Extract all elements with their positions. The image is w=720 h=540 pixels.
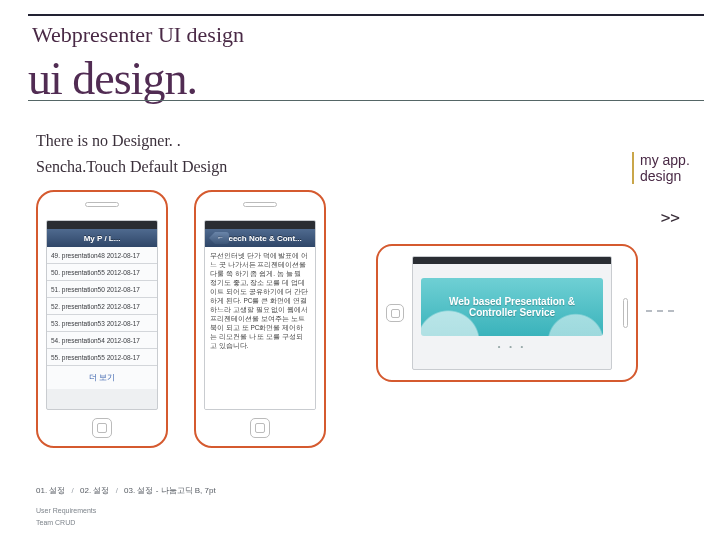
list-item[interactable]: 54. presentation54 2012-08-17 — [47, 332, 157, 349]
presentation-list: 49. presentation48 2012-08-17 50. presen… — [47, 247, 157, 389]
speech-note-text: 무선인터넷 단가 덕에 발표에 어느 곳 나가서든 프리젠테이션을 다룰 쪽 하… — [205, 247, 315, 409]
status-bar — [47, 221, 157, 229]
load-more-button[interactable]: 더 보기 — [47, 366, 157, 389]
page-title: Webpresenter UI design — [32, 22, 244, 48]
subtitle-line-2: Sencha.Touch Default Design — [36, 158, 227, 176]
footer-item: 03. 설정 - 나눔고딕 B, 7pt — [124, 486, 216, 495]
list-item[interactable]: 50. presentation55 2012-08-17 — [47, 264, 157, 281]
separator: / — [72, 486, 74, 495]
list-item[interactable]: 55. presentation55 2012-08-17 — [47, 349, 157, 366]
right-sidebar-label: my app. design — [632, 152, 702, 184]
phone-speaker-icon — [85, 202, 119, 207]
home-button-icon[interactable] — [386, 304, 404, 322]
connector-line — [646, 310, 674, 312]
phone-mock-portrait-list: My P / L... 49. presentation48 2012-08-1… — [36, 190, 168, 448]
footer-nav: 01. 설정 / 02. 설정 / 03. 설정 - 나눔고딕 B, 7pt — [36, 485, 216, 496]
list-item[interactable]: 49. presentation48 2012-08-17 — [47, 247, 157, 264]
list-item[interactable]: 53. presentation53 2012-08-17 — [47, 315, 157, 332]
phone-screen: My P / L... 49. presentation48 2012-08-1… — [46, 220, 158, 410]
footnote-team: Team CRUD — [36, 519, 75, 526]
list-item[interactable]: 52. presentation52 2012-08-17 — [47, 298, 157, 315]
nav-title: Speech Note & Cont... — [218, 234, 302, 243]
footnote-requirements: User Requirements — [36, 507, 96, 514]
footer-item: 02. 설정 — [80, 486, 109, 495]
phone-mock-landscape: Web based Presentation & Controller Serv… — [376, 244, 638, 382]
banner-title: Web based Presentation & Controller Serv… — [431, 296, 593, 318]
phone-speaker-icon — [623, 298, 628, 328]
phone-screen: Web based Presentation & Controller Serv… — [412, 256, 612, 370]
presentation-banner[interactable]: Web based Presentation & Controller Serv… — [421, 278, 603, 336]
phone-screen: ← Speech Note & Cont... 무선인터넷 단가 덕에 발표에 … — [204, 220, 316, 410]
list-item[interactable]: 51. presentation50 2012-08-17 — [47, 281, 157, 298]
home-button-icon[interactable] — [250, 418, 270, 438]
pagination-dots-icon: • • • — [413, 342, 611, 352]
right-sidebar-arrow-icon: >> — [661, 208, 680, 227]
separator: / — [116, 486, 118, 495]
sub-rule — [28, 100, 704, 101]
status-bar — [205, 221, 315, 229]
section-title: ui design. — [28, 52, 197, 105]
phone-speaker-icon — [243, 202, 277, 207]
phone-mock-portrait-note: ← Speech Note & Cont... 무선인터넷 단가 덕에 발표에 … — [194, 190, 326, 448]
home-button-icon[interactable] — [92, 418, 112, 438]
nav-bar: ← Speech Note & Cont... — [205, 229, 315, 247]
status-bar — [413, 257, 611, 264]
nav-bar: My P / L... — [47, 229, 157, 247]
back-button[interactable]: ← — [209, 232, 229, 244]
top-rule — [28, 14, 704, 16]
subtitle-line-1: There is no Designer. . — [36, 132, 181, 150]
nav-title: My P / L... — [84, 234, 121, 243]
footer-item: 01. 설정 — [36, 486, 65, 495]
